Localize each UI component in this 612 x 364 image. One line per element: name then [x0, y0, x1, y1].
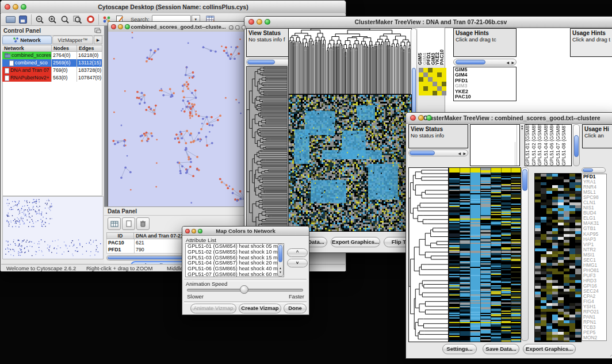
zoom-selected-button[interactable] [71, 14, 84, 25]
zoom-button[interactable] [242, 25, 246, 30]
zoom-button[interactable] [265, 19, 270, 25]
zoom-out-icon [35, 15, 44, 24]
zoom-fit-button[interactable] [59, 14, 71, 25]
tv2-main-heatmap[interactable] [449, 167, 521, 342]
tv1-usage-hints-panel: Usage Hints Click and drag tc [453, 28, 517, 57]
move-up-button[interactable]: ^ [287, 248, 308, 257]
tv1-column-dendrogram[interactable] [288, 28, 412, 94]
tv2-row-dendrogram[interactable] [408, 167, 449, 342]
tv1-main-heatmap[interactable] [288, 94, 412, 232]
help-button[interactable] [84, 14, 97, 25]
new-page-icon [126, 220, 132, 227]
minimize-button[interactable] [118, 24, 123, 29]
tv2-save-data-button[interactable]: Save Data... [483, 344, 519, 354]
network-edges: 107847(0) [77, 74, 102, 82]
tv2-titlebar[interactable]: ClusterMaker TreeView : combined_scores_… [406, 113, 612, 124]
tv2-left-hscrollbar[interactable]: ◀ ▶ [408, 150, 468, 156]
done-button[interactable]: Done [284, 304, 307, 313]
data-col-id[interactable]: ID [106, 232, 134, 239]
file-icon [5, 68, 9, 74]
tv1-row-dendrogram[interactable] [246, 66, 288, 232]
network-nodes: 2569(6) [52, 59, 77, 67]
close-button[interactable] [185, 229, 190, 233]
select-attributes-button[interactable] [108, 217, 121, 230]
control-panel-title: Control Panel [2, 28, 94, 34]
network-name: combined_sco [15, 59, 48, 67]
column-label: PAC10 [439, 49, 444, 65]
minimize-button[interactable] [235, 25, 240, 30]
zoom-button[interactable] [426, 115, 432, 121]
tv2-export-graphics-button[interactable]: Export Graphics... [523, 344, 576, 354]
tv2-column-labels: GPL51-01 (GSM854)GPL51-02 (GSM855)GPL51-… [525, 124, 572, 166]
tv2-genes-hscrollbar[interactable] [582, 167, 606, 173]
resize-grip[interactable] [609, 350, 612, 357]
data-panel-toolbar [108, 217, 150, 230]
animate-vizmap-button[interactable]: Animate Vizmap [190, 304, 236, 313]
window-controls [5, 4, 26, 10]
minimize-button[interactable] [257, 19, 262, 25]
tv2-secondary-heatmap[interactable] [534, 173, 582, 342]
speed-slider-thumb[interactable] [240, 285, 248, 294]
float-panel-icon[interactable] [94, 28, 101, 33]
tv2-usage-hints-panel: Usage Hi Click an [582, 124, 612, 148]
minimize-button[interactable] [192, 229, 196, 233]
network-view-window[interactable]: combined_scores_good.txt--cluste... [108, 21, 249, 209]
birdseye-view[interactable] [2, 196, 104, 259]
zoom-out-button[interactable] [33, 14, 46, 25]
table-row-selected[interactable]: combined_sco 2569(6) 13112(15) [2, 59, 102, 67]
tab-vizmapper[interactable]: VizMapper™ [52, 36, 93, 44]
table-row[interactable]: RNAPuberNov2+ 563(0) 107847(0) [2, 74, 102, 82]
close-button[interactable] [229, 25, 234, 30]
network-edges: 183728(0) [77, 67, 102, 74]
minimize-button[interactable] [13, 4, 18, 10]
zoom-button[interactable] [21, 4, 26, 10]
minimize-button[interactable] [418, 115, 424, 121]
usage-hints-text: Click and drag tc [456, 36, 496, 43]
create-vizmap-button[interactable]: Create Vizmap [239, 304, 281, 313]
new-attribute-button[interactable] [122, 217, 135, 230]
close-button[interactable] [410, 115, 416, 121]
zoom-button[interactable] [125, 24, 130, 29]
open-file-button[interactable] [4, 14, 17, 25]
tv1-titlebar[interactable]: ClusterMaker TreeView : DNA and Tran 07-… [244, 17, 612, 28]
toolbar-separator [31, 14, 32, 25]
zoom-in-button[interactable] [46, 14, 59, 25]
folder-icon [5, 53, 10, 58]
zoom-button[interactable] [198, 229, 202, 233]
network-canvas[interactable] [108, 32, 247, 207]
dialog-titlebar[interactable]: Map Colors to Network [182, 227, 309, 236]
col-header-network[interactable]: Network [2, 45, 52, 52]
col-header-nodes[interactable]: Nodes [52, 45, 77, 52]
attribute-item[interactable]: GPL51-07 (GSM868) heat shock 60 min [186, 272, 284, 277]
tab-overflow-arrow[interactable]: ▶ [94, 36, 102, 44]
save-button[interactable] [17, 14, 29, 25]
label-pane-arrows[interactable]: ▲▼ [521, 125, 523, 131]
table-row[interactable]: DNA and Tran 07 769(0) 183728(0) [2, 67, 102, 74]
tab-network[interactable]: Network [2, 36, 52, 44]
tv1-export-graphics-button[interactable]: Export Graphics... [331, 237, 380, 247]
attribute-list-vscrollbar[interactable]: ▲ ▼ [277, 244, 284, 277]
tv2-title: ClusterMaker TreeView : combined_scores_… [423, 114, 600, 121]
delete-attribute-button[interactable] [136, 217, 150, 230]
table-row[interactable]: combined_scores 2764(0) 16218(0) [2, 52, 102, 59]
move-down-button[interactable]: v [287, 259, 308, 267]
tv1-hints-hscrollbar[interactable]: ◀ ▶ [453, 59, 517, 66]
tv1-summary-gene-list[interactable]: GIM5GIM4PFD1GIM3YKE2PAC10 [453, 67, 517, 101]
main-titlebar[interactable]: Cytoscape Desktop (Session Name: collins… [1, 1, 346, 14]
save-disk-icon [19, 16, 27, 24]
file-icon [9, 60, 14, 66]
tv1-summary-heatmap[interactable] [419, 68, 446, 97]
col-header-edges[interactable]: Edges [77, 45, 102, 52]
close-button[interactable] [111, 24, 116, 29]
tv2-labels-vscrollbar[interactable] [573, 124, 580, 166]
tv2-heatmap-vscrollbar[interactable] [521, 167, 529, 341]
close-button[interactable] [248, 19, 254, 25]
attribute-list[interactable]: GPL51-01 (GSM854) heat shock 05 minGPL51… [185, 243, 284, 277]
close-button[interactable] [5, 4, 10, 10]
tv1-usage-hints-panel-2: Usage Hints Click and drag t [570, 28, 612, 57]
status-zoom-hint: Right-click + drag to ZOOM [86, 265, 152, 271]
folder-icon [6, 16, 16, 23]
data-panel-title: Data Panel [104, 208, 137, 214]
tv2-gene-list[interactable]: PFD1YRA1RNR4MSL1SPC98CLN1NIS1BUD4ELG1MAK… [582, 174, 607, 341]
tv2-settings-button[interactable]: Settings... [442, 344, 477, 354]
